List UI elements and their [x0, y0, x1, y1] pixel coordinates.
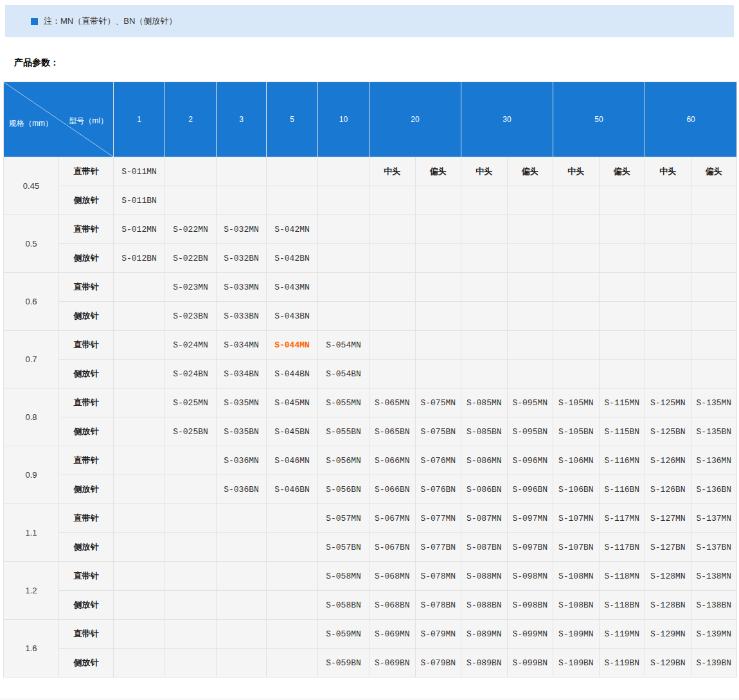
- model-cell: S-108BN: [553, 591, 600, 620]
- empty-cell: [370, 273, 416, 302]
- empty-cell: [217, 504, 267, 533]
- model-cell: S-036BN: [217, 475, 267, 504]
- model-cell: S-066BN: [370, 475, 416, 504]
- model-cell: S-127MN: [645, 504, 691, 533]
- highlighted-model-cell[interactable]: S-044MN: [267, 331, 318, 360]
- spec-cell: 1.1: [4, 504, 59, 562]
- spec-cell: 0.6: [4, 273, 59, 331]
- model-cell: S-139MN: [691, 620, 737, 649]
- model-cell: S-098BN: [507, 591, 553, 620]
- empty-cell: [114, 591, 165, 620]
- model-cell: S-078MN: [415, 562, 461, 591]
- model-cell: S-076BN: [415, 475, 461, 504]
- head-style-subheader-cell: 偏头: [691, 157, 737, 186]
- model-cell: S-012BN: [114, 244, 165, 273]
- table-row-0.6-mn: 0.6直带针S-023MNS-033MNS-043MN: [4, 273, 737, 302]
- empty-cell: [599, 186, 645, 215]
- needle-type-cell: 侧放针: [59, 186, 114, 215]
- model-cell: S-139BN: [691, 649, 737, 678]
- empty-cell: [114, 649, 165, 678]
- model-cell: S-012MN: [114, 215, 165, 244]
- model-cell: S-054BN: [318, 360, 370, 389]
- empty-cell: [461, 331, 508, 360]
- model-cell: S-022MN: [165, 215, 217, 244]
- model-cell: S-023MN: [165, 273, 217, 302]
- table-row-0.8-mn: 0.8直带针S-025MNS-035MNS-045MNS-055MNS-065M…: [4, 389, 737, 417]
- model-cell: S-024BN: [165, 360, 217, 389]
- empty-cell: [415, 244, 461, 273]
- column-header-10ml: 10: [318, 82, 370, 157]
- model-cell: S-125BN: [645, 417, 691, 446]
- model-cell: S-033MN: [217, 273, 267, 302]
- model-cell: S-106BN: [553, 475, 600, 504]
- empty-cell: [599, 273, 645, 302]
- empty-cell: [267, 649, 318, 678]
- head-style-subheader-cell: 中头: [461, 157, 508, 186]
- model-cell: S-056MN: [318, 446, 370, 475]
- empty-cell: [370, 360, 416, 389]
- model-cell: S-022BN: [165, 244, 217, 273]
- model-cell: S-089MN: [461, 620, 508, 649]
- head-style-subheader-cell: 中头: [370, 157, 416, 186]
- table-row-0.9-bn: 侧放针S-036BNS-046BNS-056BNS-066BNS-076BNS-…: [4, 475, 737, 504]
- model-cell: S-136MN: [691, 446, 737, 475]
- empty-cell: [165, 157, 217, 186]
- model-cell: S-078BN: [415, 591, 461, 620]
- needle-type-cell: 直带针: [59, 215, 114, 244]
- empty-cell: [370, 331, 416, 360]
- needle-type-cell: 直带针: [59, 562, 114, 591]
- empty-cell: [553, 331, 600, 360]
- section-title: 产品参数：: [14, 57, 739, 69]
- empty-cell: [318, 273, 370, 302]
- empty-cell: [267, 562, 318, 591]
- model-cell: S-118BN: [599, 591, 645, 620]
- spec-cell: 1.2: [4, 562, 59, 620]
- spec-cell: 0.8: [4, 389, 59, 446]
- page-bottom-divider: [0, 699, 739, 699]
- model-cell: S-105MN: [553, 389, 600, 417]
- empty-cell: [217, 186, 267, 215]
- model-cell: S-105BN: [553, 417, 600, 446]
- table-row-1.2-mn: 1.2直带针S-058MNS-068MNS-078MNS-088MNS-098M…: [4, 562, 737, 591]
- needle-type-cell: 侧放针: [59, 417, 114, 446]
- model-cell: S-109BN: [553, 649, 600, 678]
- model-cell: S-042MN: [267, 215, 318, 244]
- table-row-0.8-bn: 侧放针S-025BNS-035BNS-045BNS-055BNS-065BNS-…: [4, 417, 737, 446]
- model-cell: S-116BN: [599, 475, 645, 504]
- empty-cell: [217, 157, 267, 186]
- empty-cell: [507, 273, 553, 302]
- head-style-subheader-cell: 中头: [645, 157, 691, 186]
- model-cell: S-059MN: [318, 620, 370, 649]
- empty-cell: [507, 244, 553, 273]
- model-cell: S-055MN: [318, 389, 370, 417]
- column-header-20ml: 20: [370, 82, 461, 157]
- empty-cell: [507, 360, 553, 389]
- empty-cell: [553, 273, 600, 302]
- empty-cell: [691, 215, 737, 244]
- model-cell: S-045BN: [267, 417, 318, 446]
- empty-cell: [415, 331, 461, 360]
- empty-cell: [165, 504, 217, 533]
- table-row-0.5-bn: 侧放针S-012BNS-022BNS-032BNS-042BN: [4, 244, 737, 273]
- empty-cell: [165, 591, 217, 620]
- empty-cell: [415, 360, 461, 389]
- model-cell: S-034BN: [217, 360, 267, 389]
- model-cell: S-025BN: [165, 417, 217, 446]
- model-cell: S-128BN: [645, 591, 691, 620]
- needle-type-cell: 侧放针: [59, 360, 114, 389]
- empty-cell: [553, 302, 600, 331]
- empty-cell: [415, 215, 461, 244]
- model-cell: S-068BN: [370, 591, 416, 620]
- model-cell: S-079BN: [415, 649, 461, 678]
- model-cell: S-035MN: [217, 389, 267, 417]
- empty-cell: [165, 446, 217, 475]
- model-cell: S-129MN: [645, 620, 691, 649]
- model-cell: S-135MN: [691, 389, 737, 417]
- model-cell: S-115BN: [599, 417, 645, 446]
- model-cell: S-096MN: [507, 446, 553, 475]
- product-parameter-table: 规格（mm） 型号（ml） 12351020305060 0.45直带针S-01…: [3, 82, 737, 678]
- empty-cell: [318, 244, 370, 273]
- empty-cell: [114, 302, 165, 331]
- model-cell: S-119BN: [599, 649, 645, 678]
- needle-type-cell: 侧放针: [59, 591, 114, 620]
